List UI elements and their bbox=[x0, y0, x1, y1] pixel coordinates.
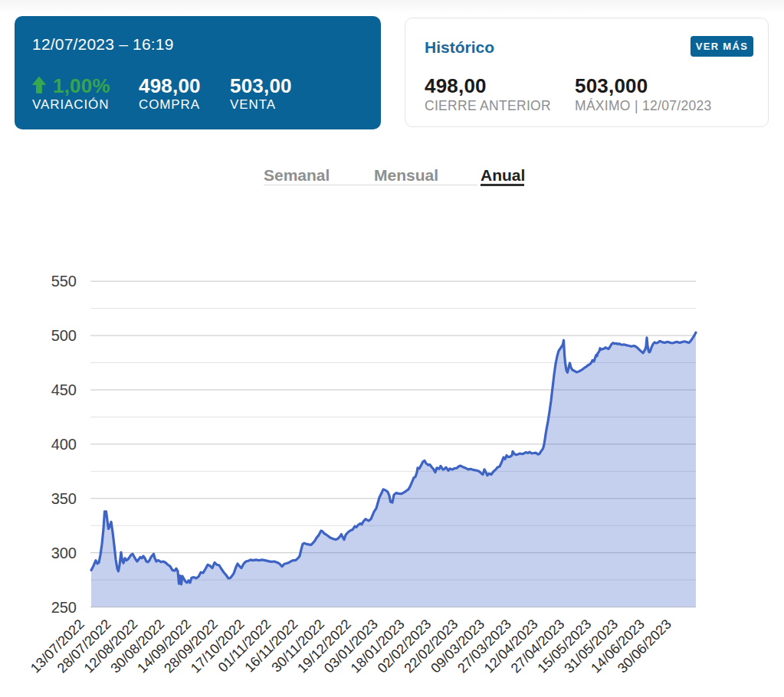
svg-text:300: 300 bbox=[51, 545, 77, 561]
svg-text:350: 350 bbox=[51, 490, 77, 507]
svg-text:400: 400 bbox=[51, 436, 77, 453]
svg-text:500: 500 bbox=[51, 327, 77, 344]
svg-text:450: 450 bbox=[51, 381, 77, 398]
svg-text:250: 250 bbox=[51, 599, 77, 616]
svg-text:550: 550 bbox=[51, 273, 77, 290]
